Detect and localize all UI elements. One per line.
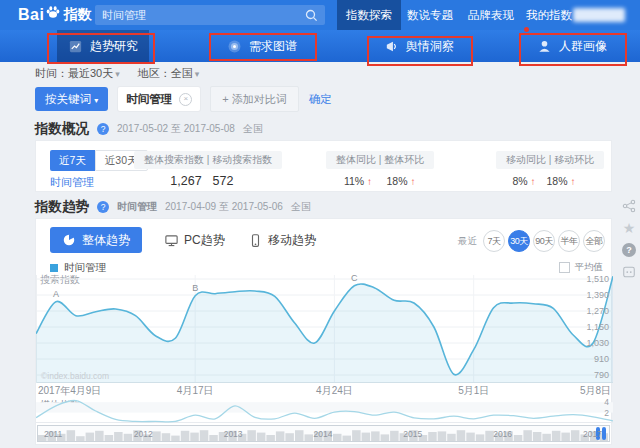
chevron-down-icon: ▾ [94,96,98,105]
trend-doc-icon [68,39,83,54]
tab-label: 趋势研究 [90,38,138,55]
timeline-year-label: 2012 [134,429,153,439]
tab-last-7-days[interactable]: 近7天 [50,150,95,171]
overall-qoq-value: 18% ↑ [387,175,416,187]
y-tick-label: 1,510 [586,274,609,284]
share-icon[interactable] [621,198,637,214]
topnav-my-index[interactable]: 我的指数 [517,0,581,30]
mobile-yoy-value: 8% ↑ [512,175,535,187]
x-axis-labels: 2017年4月9日4月17日4月24日5月1日5月8日 [36,384,613,396]
column-header-overall-compare: 整体同比 | 整体环比 [326,151,434,169]
x-tick-label: 4月17日 [177,384,214,398]
timeline-year-label: 2015 [403,429,422,439]
overview-title: 指数概况 [35,120,89,138]
help-icon[interactable]: ? [97,123,109,135]
y-tick-label: 910 [594,354,609,364]
baidu-paw-icon [45,4,61,20]
filter-bar: 时间：最近30天▾ 地区：全国▾ [35,66,199,81]
timeline-year-label: 2013 [224,429,243,439]
trend-header: 指数趋势 ? 时间管理 2017-04-09 至 2017-05-06 全国 [35,198,311,216]
y-tick-label: 1,150 [586,322,609,332]
floating-toolbar: ★ ? [621,198,637,280]
overview-card: 近7天 近30天 整体搜索指数 | 移动搜索指数 整体同比 | 整体环比 移动同… [35,140,612,192]
tab-label: 需求图谱 [249,38,297,55]
range-half-year[interactable]: 半年 [558,230,580,252]
scrubber-handle[interactable] [602,427,606,440]
tab-pc-trend[interactable]: PC趋势 [164,232,225,249]
search-index-chart[interactable]: 1,5101,3901,2701,1501,030910790ABC [36,271,613,383]
column-header-search-index: 整体搜索指数 | 移动搜索指数 [134,151,282,169]
screenshot-icon[interactable] [621,264,637,280]
phone-icon [248,233,263,248]
trend-title: 指数趋势 [35,198,89,216]
time-filter[interactable]: 时间：最近30天▾ [35,66,120,81]
timeline-scrubber[interactable]: 2011201220132014201520162017 [37,425,610,442]
topnav-index-explore[interactable]: 指数探索 [337,0,401,30]
x-tick-label: 2017年4月9日 [38,384,101,398]
timeline-year-label: 2011 [44,429,62,439]
baidu-index-page: Bai 指数 时间管理 指数探索 数说专题 品牌表现 我的指数 趋势研究 [0,0,640,448]
search-input[interactable]: 时间管理 [95,5,325,25]
tab-sentiment-insight[interactable]: 舆情洞察 [375,30,463,62]
tab-audience-profile[interactable]: 人群画像 [527,30,617,62]
up-arrow-icon: ↑ [410,176,415,187]
tab-trend-research[interactable]: 趋势研究 [57,30,149,62]
search-icon[interactable] [305,9,318,22]
media-y-tick-label: 4 [604,397,609,407]
baidu-index-logo[interactable]: Bai 指数 [18,4,91,26]
y-tick-label: 790 [594,370,609,380]
add-compare-word-button[interactable]: + 添加对比词 [210,86,298,112]
trend-keyword: 时间管理 [117,200,157,214]
x-tick-label: 5月8日 [580,384,611,398]
y-tick-label: 1,390 [586,290,609,300]
trend-date-range: 2017-04-09 至 2017-05-06 [165,200,283,214]
peak-annotation: C [351,273,358,283]
person-icon [537,39,552,54]
range-7d[interactable]: 7天 [483,230,505,252]
range-all[interactable]: 全部 [583,230,605,252]
user-account-blurred[interactable] [573,8,625,22]
tab-label: 舆情洞察 [406,38,454,55]
tab-label: 人群画像 [559,38,607,55]
close-icon[interactable]: × [179,93,192,106]
overview-region: 全国 [243,122,263,136]
trend-region: 全国 [291,200,311,214]
chevron-down-icon: ▾ [115,69,120,79]
range-90d[interactable]: 90天 [533,230,555,252]
range-label: 最近 [458,235,477,248]
overall-yoy-value: 11% ↑ [344,175,372,187]
logo-text-suffix: 指数 [63,6,91,24]
topnav-data-topics[interactable]: 数说专题 [398,0,462,30]
mobile-qoq-value: 18% ↑ [547,175,576,187]
topnav-brand-performance[interactable]: 品牌表现 [459,0,523,30]
up-arrow-icon: ↑ [367,176,372,187]
star-icon[interactable]: ★ [621,220,637,236]
y-tick-label: 1,270 [586,306,609,316]
help-icon[interactable]: ? [621,242,637,258]
monitor-icon [164,233,179,248]
keyword-mode-button[interactable]: 按关键词 ▾ [35,87,108,111]
x-tick-label: 4月24日 [316,384,353,398]
confirm-button[interactable]: 确定 [309,92,332,107]
tab-overall-trend[interactable]: 整体趋势 [50,227,142,253]
trend-card: 整体趋势 PC趋势 移动趋势 最近 7天 30天 90天 半年 全部 时间管理 [35,218,612,445]
x-tick-label: 5月1日 [458,384,489,398]
media-y-tick-label: 2 [604,408,609,418]
keyword-chip[interactable]: 时间管理 × [118,87,200,111]
overview-header: 指数概况 ? 2017-05-02 至 2017-05-08 全国 [35,120,263,138]
topbar: Bai 指数 时间管理 指数探索 数说专题 品牌表现 我的指数 [0,0,640,30]
column-header-mobile-compare: 移动同比 | 移动环比 [496,151,604,169]
time-range-selector: 最近 7天 30天 90天 半年 全部 [458,230,605,252]
help-icon[interactable]: ? [97,201,109,213]
watermark: ©index.baidu.com [41,371,109,381]
tab-demand-graph[interactable]: 需求图谱 [217,30,307,62]
overview-keyword-link[interactable]: 时间管理 [50,175,94,190]
up-arrow-icon: ↑ [570,176,575,187]
tab-mobile-trend[interactable]: 移动趋势 [248,232,316,249]
pie-icon [62,233,76,247]
overview-range-tabs[interactable]: 近7天 近30天 [50,150,148,171]
up-arrow-icon: ↑ [531,176,536,187]
region-filter[interactable]: 地区：全国▾ [138,66,200,81]
media-index-chart[interactable]: 42 [36,397,613,423]
range-30d[interactable]: 30天 [508,230,530,252]
